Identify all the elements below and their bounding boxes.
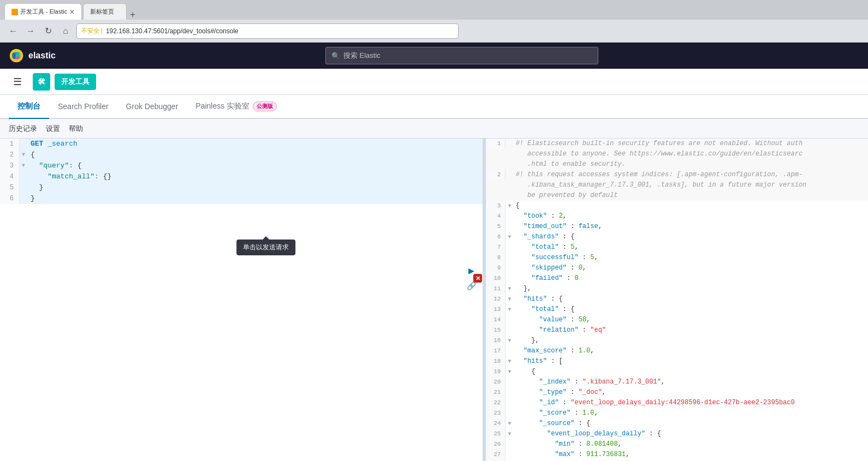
code-line-1[interactable]: 1 GET _search (0, 139, 484, 149)
resp-line-8: 8 "successful" : 5, (486, 253, 868, 263)
resp-line-10: 10 "failed" : 0 (486, 273, 868, 284)
beta-badge: 公测版 (253, 101, 277, 111)
resp-line-23: 23 "_score" : 1.0, (486, 408, 868, 418)
line-num-5: 5 (0, 182, 20, 193)
resp-fold-15 (506, 325, 513, 336)
help-link[interactable]: 帮助 (69, 124, 83, 134)
resp-text-20: "_index" : ".kibana_7.17.3_001", (513, 377, 665, 387)
fold-arrow-3[interactable]: ▼ (20, 160, 27, 171)
error-indicator[interactable]: ✕ (473, 274, 482, 283)
line-num-1: 1 (0, 139, 20, 149)
tab-grok-debugger[interactable]: Grok Debugger (117, 95, 187, 119)
search-placeholder: 搜索 Elastic (343, 51, 381, 61)
dev-tools-icon: 🛠 (33, 73, 50, 91)
fold-arrow-4 (20, 171, 27, 182)
resp-num-6: 6 (486, 232, 506, 242)
resp-text-3: { (513, 201, 519, 211)
resp-num-1: 1 (486, 139, 506, 149)
code-line-2[interactable]: 2 ▼ { (0, 149, 484, 160)
resp-fold-3[interactable]: ▼ (506, 201, 513, 211)
resp-line-4: 4 "took" : 2, (486, 211, 868, 221)
new-tab-btn[interactable]: + (130, 10, 135, 20)
tab-close-icon[interactable]: ✕ (69, 8, 75, 16)
resp-line-9: 9 "skipped" : 0, (486, 263, 868, 273)
code-line-6[interactable]: 6 } (0, 193, 484, 204)
resize-handle[interactable] (483, 139, 485, 461)
resp-fold-25[interactable]: ▼ (506, 429, 513, 439)
back-button[interactable]: ← (7, 25, 20, 38)
security-warning: 不安全 | (81, 27, 103, 35)
resp-text-21: "_type" : "_doc", (513, 387, 606, 398)
resp-num-23: 23 (486, 408, 506, 418)
resp-line-16: 16 ▼ }, (486, 336, 868, 346)
resp-num-4: 4 (486, 211, 506, 221)
resp-line-20: 20 "_index" : ".kibana_7.17.3_001", (486, 377, 868, 387)
line-num-3: 3 (0, 160, 20, 171)
code-line-5[interactable]: 5 } (0, 182, 484, 193)
resp-text-6: "_shards" : { (513, 232, 574, 242)
editor-content[interactable]: 1 GET _search 2 ▼ { 3 ▼ "query": { 4 "m (0, 139, 484, 461)
resp-text-8: "successful" : 5, (513, 253, 598, 263)
resp-fold-23 (506, 408, 513, 418)
inactive-tab[interactable]: 新标签页 (83, 3, 127, 20)
resp-fold-6[interactable]: ▼ (506, 232, 513, 242)
resp-fold-2c (506, 190, 513, 201)
resp-line-1c: .html to enable security. (486, 159, 868, 170)
resp-fold-16[interactable]: ▼ (506, 336, 513, 346)
resp-line-2b: .kibana_task_manager_7.17.3_001, .tasks]… (486, 180, 868, 190)
tab-search-profiler[interactable]: Search Profiler (49, 95, 117, 119)
hamburger-menu[interactable]: ☰ (9, 73, 26, 91)
resp-text-2c: be prevented by default (513, 190, 617, 201)
response-content[interactable]: 1 #! Elasticsearch built-in security fea… (486, 139, 868, 461)
resp-text-4: "took" : 2, (513, 211, 567, 221)
search-icon: 🔍 (331, 52, 340, 60)
address-input[interactable]: 不安全 | 192.168.130.47:5601/app/dev_tools#… (76, 23, 459, 39)
resp-text-9: "skipped" : 0, (513, 263, 586, 273)
resp-fold-20 (506, 377, 513, 387)
resp-fold-24[interactable]: ▼ (506, 418, 513, 429)
resp-num-20: 20 (486, 377, 506, 387)
resp-line-17: 17 "max_score" : 1.0, (486, 346, 868, 356)
resp-line-12: 12 ▼ "hits" : { (486, 294, 868, 304)
resp-text-1b: accessible to anyone. See https://www.el… (513, 149, 802, 159)
resp-line-27: 27 "max" : 911.736831, (486, 450, 868, 460)
resp-fold-19[interactable]: ▼ (506, 367, 513, 377)
history-link[interactable]: 历史记录 (9, 124, 37, 134)
refresh-button[interactable]: ↻ (41, 25, 55, 38)
resp-fold-13[interactable]: ▼ (506, 304, 513, 315)
tab-painless-lab-label: Painless 实验室 (195, 101, 249, 111)
resp-fold-18[interactable]: ▼ (506, 356, 513, 367)
active-tab[interactable]: 开发工具 - Elastic ✕ (4, 3, 82, 20)
forward-button[interactable]: → (24, 25, 37, 38)
fold-arrow-2[interactable]: ▼ (20, 149, 27, 160)
tooltip-text: 单击以发送请求 (243, 243, 289, 251)
resp-num-5: 5 (486, 221, 506, 232)
resp-num-9: 9 (486, 263, 506, 273)
resp-line-26: 26 "min" : 8.081408, (486, 439, 868, 450)
resp-fold-12[interactable]: ▼ (506, 294, 513, 304)
resp-line-22: 22 "_id" : "event_loop_delays_daily:4429… (486, 398, 868, 408)
resp-text-2: #! this request accesses system indices:… (513, 170, 802, 180)
resp-text-13: "total" : { (513, 304, 574, 315)
settings-link[interactable]: 设置 (46, 124, 60, 134)
resp-fold-1c (506, 159, 513, 170)
resp-fold-11[interactable]: ▼ (506, 284, 513, 294)
home-button[interactable]: ⌂ (59, 25, 72, 38)
resp-text-16: }, (513, 336, 539, 346)
resp-fold-10 (506, 273, 513, 284)
resp-num-19: 19 (486, 367, 506, 377)
editor-toolbar: 历史记录 设置 帮助 (0, 119, 868, 139)
tab-console-label: 控制台 (17, 101, 40, 111)
tab-console[interactable]: 控制台 (9, 95, 49, 119)
resp-num-2: 2 (486, 170, 506, 180)
code-line-3[interactable]: 3 ▼ "query": { (0, 160, 484, 171)
kibana-search-box[interactable]: 🔍 搜索 Elastic (325, 47, 598, 64)
response-panel: 1 #! Elasticsearch built-in security fea… (486, 139, 868, 461)
resp-text-12: "hits" : { (513, 294, 562, 304)
tab-painless-lab[interactable]: Painless 实验室 公测版 (187, 95, 286, 119)
dev-tools-button[interactable]: 开发工具 (55, 74, 96, 90)
elastic-logo[interactable]: elastic (9, 48, 56, 63)
code-line-4[interactable]: 4 "match_all": {} (0, 171, 484, 182)
resp-text-19: { (513, 367, 535, 377)
tab-label: 开发工具 - Elastic (20, 8, 67, 16)
